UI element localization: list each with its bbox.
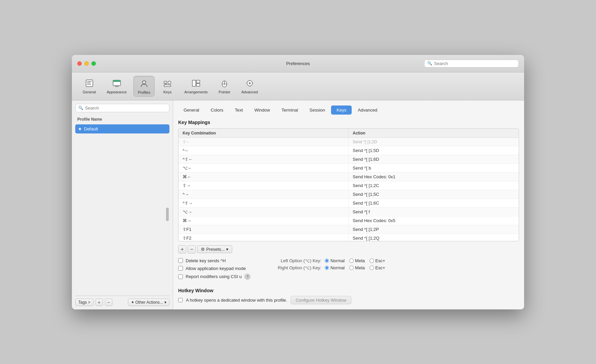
- table-row[interactable]: ^⇧← Send ^[ [1;6D: [179, 155, 519, 164]
- report-modifiers-label[interactable]: Report modifiers using CSI u: [186, 274, 242, 279]
- right-meta-label: Meta: [355, 265, 365, 270]
- toolbar-item-arrangements[interactable]: Arrangements: [180, 76, 212, 97]
- table-row[interactable]: ⌥← Send ^[ b: [179, 164, 519, 173]
- delete-key-row: Delete key sends ^H: [178, 258, 250, 263]
- tab-colors[interactable]: Colors: [205, 105, 229, 115]
- tab-general[interactable]: General: [178, 105, 205, 115]
- left-normal-option[interactable]: Normal: [325, 258, 345, 263]
- svg-rect-14: [196, 80, 200, 83]
- key-cell: ⌥→: [179, 208, 349, 216]
- table-row[interactable]: ⌥→ Send ^[ f: [179, 208, 519, 216]
- action-cell: Send ^[ b: [349, 164, 519, 172]
- sidebar-search-icon: 🔍: [78, 105, 83, 110]
- toolbar-item-keys[interactable]: ⌘ Keys: [157, 76, 178, 97]
- sidebar-search-bar[interactable]: 🔍: [75, 104, 169, 112]
- left-meta-option[interactable]: Meta: [349, 258, 365, 263]
- presets-button[interactable]: ⚙ Presets... ▾: [197, 245, 232, 253]
- left-normal-radio[interactable]: [325, 259, 329, 263]
- presets-gear-icon: ⚙: [201, 247, 205, 252]
- close-button[interactable]: [77, 61, 82, 66]
- search-bar[interactable]: 🔍: [424, 60, 519, 67]
- minimize-button[interactable]: [84, 61, 89, 66]
- action-cell: Send ^[ [1;5C: [349, 190, 519, 199]
- key-cell: ⌘→: [179, 216, 349, 225]
- left-esc-radio[interactable]: [370, 259, 374, 263]
- default-star-icon: ★: [78, 126, 82, 131]
- app-keypad-label[interactable]: Allow application keypad mode: [186, 266, 246, 271]
- toolbar: General Appearance Profiles: [72, 72, 524, 100]
- svg-point-8: [142, 81, 146, 84]
- toolbar-label-appearance: Appearance: [107, 90, 127, 94]
- action-cell: Send ^[ [1;2D: [349, 138, 519, 146]
- key-cell: ^⇧→: [179, 199, 349, 207]
- search-input[interactable]: [434, 61, 516, 66]
- option-keys-section: Left Option (⌥) Key: Normal Meta: [261, 258, 385, 270]
- table-row[interactable]: ^← Send ^[ [1;5D: [179, 146, 519, 155]
- left-esc-label: Esc+: [375, 258, 385, 263]
- tab-session[interactable]: Session: [304, 105, 330, 115]
- tab-text[interactable]: Text: [229, 105, 248, 115]
- titlebar: Preferences 🔍: [72, 55, 524, 72]
- add-mapping-button[interactable]: +: [178, 245, 186, 253]
- table-row[interactable]: ⇧← Send ^[ [1;2D: [179, 138, 519, 146]
- table-row[interactable]: ^⇧→ Send ^[ [1;6C: [179, 199, 519, 208]
- right-meta-option[interactable]: Meta: [349, 265, 365, 270]
- window-title: Preferences: [286, 61, 310, 66]
- add-profile-button[interactable]: +: [96, 299, 103, 306]
- app-keypad-checkbox[interactable]: [178, 266, 183, 271]
- hotkey-row: A hotkey opens a dedicated window with t…: [178, 296, 519, 304]
- other-actions-dropdown-icon: ▾: [164, 300, 166, 305]
- sidebar-search-input[interactable]: [85, 105, 166, 111]
- tab-terminal[interactable]: Terminal: [276, 105, 303, 115]
- toolbar-item-pointer[interactable]: Pointer: [214, 76, 235, 97]
- left-esc-option[interactable]: Esc+: [370, 258, 385, 263]
- table-row[interactable]: ⇧F1 Send ^[ [1;2P: [179, 225, 519, 234]
- profile-item-default[interactable]: ★ Default: [75, 124, 169, 133]
- delete-key-checkbox[interactable]: [178, 258, 183, 263]
- remove-profile-button[interactable]: −: [105, 299, 112, 306]
- table-row[interactable]: ⌘→ Send Hex Codes: 0x5: [179, 216, 519, 225]
- table-row[interactable]: ⌘← Send Hex Codes: 0x1: [179, 173, 519, 181]
- report-modifiers-checkbox[interactable]: [178, 274, 183, 279]
- other-actions-button[interactable]: ✦ Other Actions... ▾: [128, 299, 169, 306]
- toolbar-label-arrangements: Arrangements: [184, 90, 208, 94]
- tab-window[interactable]: Window: [249, 105, 275, 115]
- right-esc-radio[interactable]: [370, 266, 374, 270]
- help-button[interactable]: ?: [244, 274, 250, 280]
- toolbar-item-profiles[interactable]: Profiles: [133, 76, 155, 97]
- tags-button[interactable]: Tags >: [75, 299, 93, 306]
- scroll-indicator[interactable]: [166, 208, 169, 221]
- profile-name: Default: [84, 126, 98, 131]
- key-cell: ^←: [179, 146, 349, 155]
- general-icon: [84, 78, 95, 89]
- toolbar-item-general[interactable]: General: [79, 76, 100, 97]
- right-normal-option[interactable]: Normal: [325, 265, 345, 270]
- checkboxes-group: Delete key sends ^H Allow application ke…: [178, 258, 250, 280]
- tab-advanced[interactable]: Advanced: [352, 105, 383, 115]
- table-row[interactable]: ^→ Send ^[ [1;5C: [179, 190, 519, 199]
- right-normal-radio[interactable]: [325, 266, 329, 270]
- maximize-button[interactable]: [91, 61, 96, 66]
- toolbar-item-appearance[interactable]: Appearance: [103, 76, 131, 97]
- key-cell: ⇧→: [179, 181, 349, 190]
- right-meta-radio[interactable]: [349, 266, 354, 270]
- table-row[interactable]: ⇧F2 Send ^[ [1;2Q: [179, 234, 519, 241]
- action-cell: Send ^[ [1;2Q: [349, 234, 519, 241]
- hotkey-checkbox[interactable]: [178, 298, 183, 302]
- key-cell: ⇧F1: [179, 225, 349, 234]
- configure-hotkey-button[interactable]: Configure Hotkey Window: [291, 296, 351, 304]
- table-row[interactable]: ⇧→ Send ^[ [1;2C: [179, 181, 519, 190]
- action-cell: Send ^[ [1;6C: [349, 199, 519, 207]
- toolbar-item-advanced[interactable]: Advanced: [237, 76, 262, 97]
- profiles-icon: [139, 78, 150, 89]
- right-esc-option[interactable]: Esc+: [370, 265, 385, 270]
- left-meta-radio[interactable]: [349, 259, 354, 263]
- table-header: Key Combination Action: [179, 129, 519, 138]
- key-mappings-title: Key Mappings: [178, 120, 519, 125]
- app-keypad-row: Allow application keypad mode: [178, 266, 250, 271]
- hotkey-label[interactable]: A hotkey opens a dedicated window with t…: [186, 298, 287, 303]
- tab-keys[interactable]: Keys: [331, 105, 352, 115]
- delete-key-label[interactable]: Delete key sends ^H: [186, 258, 226, 263]
- key-cell: ⇧F2: [179, 234, 349, 241]
- remove-mapping-button[interactable]: −: [188, 245, 196, 253]
